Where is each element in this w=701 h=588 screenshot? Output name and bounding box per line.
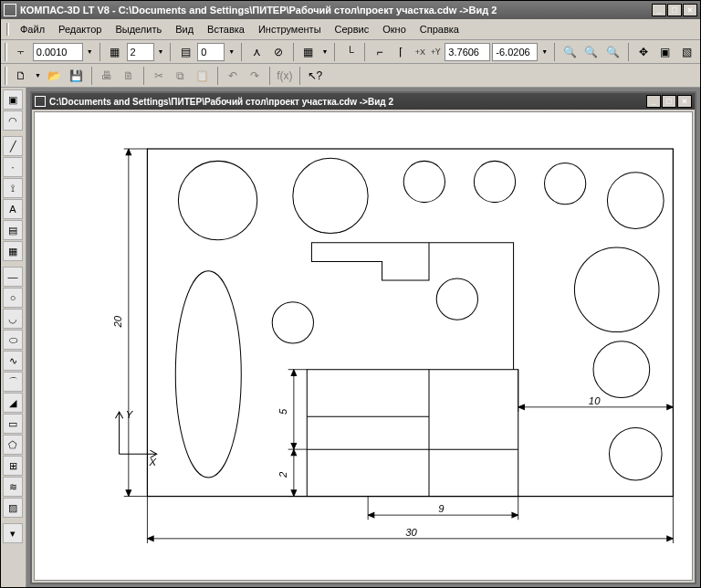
svg-point-4 [474,161,515,202]
menu-file[interactable]: Файл [15,22,50,37]
snap1-icon[interactable]: ⋏ [246,42,267,62]
redo-icon[interactable]: ↷ [245,66,265,86]
maximize-button[interactable]: □ [667,4,682,16]
drawing-canvas[interactable]: Y X 20 [34,111,693,581]
svg-point-11 [436,278,477,320]
undo-icon[interactable]: ↶ [223,66,243,86]
circle-tool-icon[interactable]: ○ [3,288,23,308]
menu-insert[interactable]: Вставка [202,22,250,37]
paste-icon[interactable]: 📋 [193,66,213,86]
separator [269,67,270,85]
document-window: C:\Documents and Settings\ПИТЕР\Рабочий … [30,91,696,584]
select-tool-icon[interactable]: ▣ [3,89,23,110]
step-input[interactable] [33,43,83,61]
axis-y-label: Y [126,409,134,420]
refresh-icon[interactable]: ▧ [676,42,696,62]
help-cursor-icon[interactable]: ↖? [305,66,325,86]
preview-icon[interactable]: 🗎 [119,66,139,86]
print-icon[interactable]: 🖶 [97,66,117,86]
fillet-tool-icon[interactable]: ⌒ [3,372,23,392]
dim-30: 30 [405,527,417,538]
menu-editor[interactable]: Редактор [53,22,107,37]
x-coord-input[interactable] [445,43,490,61]
measure-tool-icon[interactable]: ⟟ [3,178,23,198]
zoom-window-icon[interactable]: 🔍 [603,42,623,62]
dropdown-icon[interactable]: ▼ [156,48,166,55]
hatch-tool-icon[interactable]: ▤ [3,220,23,240]
more-icon[interactable]: ▾ [3,523,23,543]
geometry-tool-icon[interactable]: ◠ [3,110,23,131]
round-icon[interactable]: ⌈ [392,42,412,62]
new-icon[interactable]: 🗋 [11,66,31,86]
svg-point-12 [175,271,241,478]
seg-tool-icon[interactable]: — [3,267,23,287]
minimize-button[interactable]: _ [652,4,666,16]
point-tool-icon[interactable]: · [3,157,23,177]
zoom-out-icon[interactable]: 🔍 [581,42,602,62]
group-icon[interactable]: ▤ [175,42,195,62]
copy-icon[interactable]: ⧉ [171,66,191,86]
fx-icon[interactable]: f(x) [275,66,295,86]
save-icon[interactable]: 💾 [67,66,87,86]
collect-tool-icon[interactable]: ⊞ [3,456,23,476]
separator [364,43,365,61]
pan-icon[interactable]: ✥ [633,42,654,62]
grid-icon[interactable]: ▦ [298,42,319,62]
doc-close-button[interactable]: × [677,95,692,108]
menu-view[interactable]: Вид [170,22,199,37]
document-titlebar: C:\Documents and Settings\ПИТЕР\Рабочий … [32,93,695,110]
layer-input[interactable] [127,43,154,61]
equid-tool-icon[interactable]: ≋ [3,477,23,497]
menu-highlight[interactable]: Выделить [110,22,167,37]
layers-icon[interactable]: ▦ [105,42,125,62]
ellipse-tool-icon[interactable]: ⬭ [3,330,23,350]
text-tool-icon[interactable]: А [3,199,23,219]
table-tool-icon[interactable]: ▦ [3,241,23,261]
dim-20: 20 [112,315,123,328]
menu-tools[interactable]: Инструменты [253,22,327,37]
open-icon[interactable]: 📂 [45,66,65,86]
svg-rect-13 [307,370,518,497]
snap-icon[interactable]: ⫟ [11,42,31,62]
window-controls: _ □ × [652,4,697,16]
spline-tool-icon[interactable]: ∿ [3,351,23,371]
svg-point-10 [272,302,313,343]
dim-2: 2 [277,471,288,478]
dim-10: 10 [589,395,601,406]
group-input[interactable] [197,43,225,61]
dropdown-icon[interactable]: ▼ [226,48,236,55]
dropdown-icon[interactable]: ▼ [539,48,549,55]
cut-icon[interactable]: ✂ [149,66,169,86]
line-tool-icon[interactable]: ╱ [3,136,23,156]
svg-point-9 [609,427,662,480]
menu-help[interactable]: Справка [414,22,465,37]
separator [3,262,23,266]
separator [3,519,23,522]
separator [628,43,629,61]
hatch2-tool-icon[interactable]: ▨ [3,498,23,518]
separator [143,67,144,85]
separator [170,43,171,61]
doc-maximize-button[interactable]: □ [662,95,676,108]
menu-service[interactable]: Сервис [330,22,375,37]
main-titlebar: КОМПАС-3D LT V8 - C:\Documents and Setti… [1,1,700,19]
y-coord-input[interactable] [492,43,538,61]
snap2-icon[interactable]: ⊘ [268,42,288,62]
ucs-icon[interactable]: └ [340,42,360,62]
x-label: +Х [413,47,427,57]
arc-tool-icon[interactable]: ◡ [3,309,23,329]
toolbar-properties: ⫟ ▼ ▦ ▼ ▤ ▼ ⋏ ⊘ ▦ ▼ └ ⌐ ⌈ +Х +Ү ▼ 🔍 🔍 🔍 … [1,40,700,64]
menu-window[interactable]: Окно [377,22,412,37]
dropdown-icon[interactable]: ▼ [320,48,330,55]
ortho-icon[interactable]: ⌐ [370,42,390,62]
rect-tool-icon[interactable]: ▭ [3,414,23,434]
dropdown-icon[interactable]: ▼ [33,72,43,79]
zoom-in-icon[interactable]: 🔍 [560,42,580,62]
dropdown-icon[interactable]: ▼ [85,48,95,55]
chamfer-tool-icon[interactable]: ◢ [3,393,23,413]
close-button[interactable]: × [683,4,697,16]
zoom-fit-icon[interactable]: ▣ [654,42,675,62]
svg-point-2 [293,158,368,233]
doc-minimize-button[interactable]: _ [646,95,661,108]
polygon-tool-icon[interactable]: ⬠ [3,435,23,455]
